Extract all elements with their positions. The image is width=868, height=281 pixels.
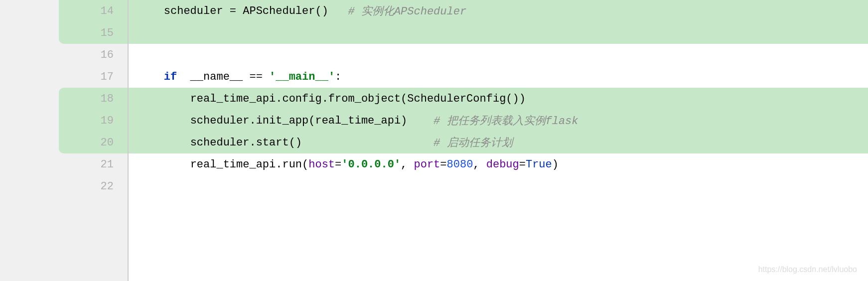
code-text: = bbox=[230, 5, 243, 17]
code-text: = bbox=[519, 158, 526, 171]
line-number[interactable]: 22 bbox=[69, 175, 128, 197]
keyword: if bbox=[164, 71, 184, 83]
indent bbox=[138, 115, 190, 127]
code-text: == bbox=[249, 71, 269, 83]
param: host bbox=[308, 158, 335, 171]
watermark-text: https://blog.csdn.net/lvluobo bbox=[758, 265, 857, 274]
highlight-marker bbox=[59, 88, 69, 153]
keyword: True bbox=[526, 158, 552, 171]
code-text: , bbox=[401, 158, 414, 171]
comment: # 把任务列表载入实例flask bbox=[434, 113, 578, 128]
code-editor: 14 15 16 17 18 19 20 21 22 scheduler = A… bbox=[0, 0, 868, 281]
code-text: = bbox=[440, 158, 446, 171]
code-line[interactable]: scheduler = APScheduler() # 实例化APSchedul… bbox=[129, 0, 868, 22]
code-text: ) bbox=[552, 158, 559, 171]
comment: # 启动任务计划 bbox=[434, 135, 512, 150]
line-number[interactable]: 16 bbox=[69, 44, 128, 66]
code-line[interactable]: if __name__ == '__main__': bbox=[129, 66, 868, 88]
code-text: APScheduler() bbox=[243, 5, 348, 17]
line-number[interactable]: 20 bbox=[69, 132, 128, 153]
code-text: : bbox=[335, 71, 341, 83]
folding-margin bbox=[0, 0, 69, 281]
code-text: = bbox=[335, 158, 341, 171]
code-line[interactable] bbox=[129, 44, 868, 66]
code-text: scheduler.init_app(real_time_api) bbox=[190, 115, 434, 127]
param: debug bbox=[486, 158, 519, 171]
code-text: __name__ bbox=[183, 71, 249, 83]
code-text: , bbox=[473, 158, 486, 171]
line-number[interactable]: 19 bbox=[69, 110, 128, 132]
code-text: scheduler bbox=[164, 5, 230, 17]
line-number[interactable]: 18 bbox=[69, 88, 128, 110]
indent bbox=[138, 5, 164, 17]
code-text: real_time_api.run( bbox=[190, 158, 309, 171]
indent bbox=[138, 137, 190, 149]
indent bbox=[138, 93, 190, 105]
code-text: scheduler.start() bbox=[190, 137, 434, 149]
highlight-marker bbox=[59, 0, 69, 44]
string-literal: '__main__' bbox=[269, 71, 335, 83]
code-line[interactable] bbox=[129, 175, 868, 197]
code-line[interactable]: real_time_api.run(host='0.0.0.0', port=8… bbox=[129, 153, 868, 175]
code-line[interactable]: scheduler.init_app(real_time_api) # 把任务列… bbox=[129, 110, 868, 132]
indent bbox=[138, 71, 164, 83]
number-literal: 8080 bbox=[447, 158, 473, 171]
line-number[interactable]: 15 bbox=[69, 22, 128, 44]
param: port bbox=[414, 158, 440, 171]
line-number[interactable]: 17 bbox=[69, 66, 128, 88]
code-text: real_time_api.config.from_object(Schedul… bbox=[190, 93, 526, 105]
code-line[interactable] bbox=[129, 22, 868, 44]
string-literal: '0.0.0.0' bbox=[341, 158, 401, 171]
code-line[interactable]: real_time_api.config.from_object(Schedul… bbox=[129, 88, 868, 110]
line-number[interactable]: 14 bbox=[69, 0, 128, 22]
comment: # 实例化APScheduler bbox=[348, 3, 466, 18]
line-number-gutter: 14 15 16 17 18 19 20 21 22 bbox=[69, 0, 129, 281]
code-content[interactable]: scheduler = APScheduler() # 实例化APSchedul… bbox=[129, 0, 868, 281]
line-number[interactable]: 21 bbox=[69, 153, 128, 175]
indent bbox=[138, 158, 190, 171]
code-line[interactable]: scheduler.start() # 启动任务计划 bbox=[129, 132, 868, 153]
